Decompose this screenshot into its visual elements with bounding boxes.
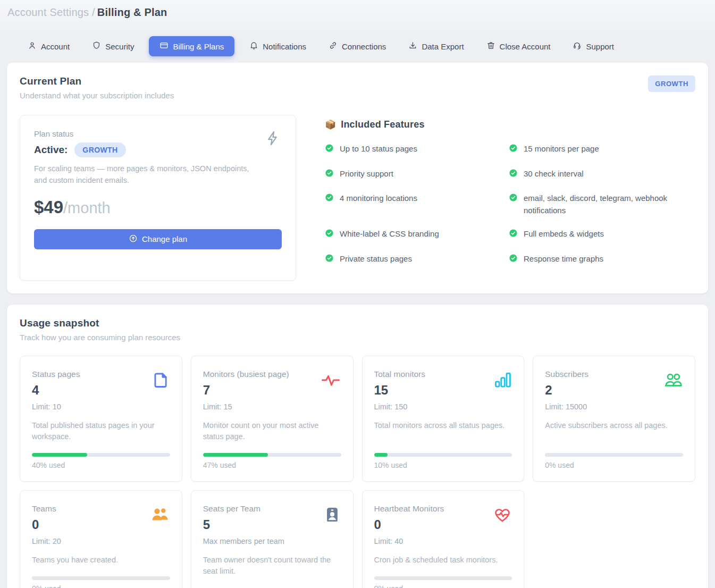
usage-card-description: Total monitors across all status pages. [374,420,512,431]
feature-text: 4 monitoring locations [340,192,417,205]
feature-text: Priority support [340,168,393,180]
usage-card-title: Monitors (busiest page) [203,369,289,379]
usage-card-monitors-busiest: Monitors (busiest page) 7 Limit: 15 Moni… [191,356,354,482]
feature-item: Full embeds & widgets [509,228,695,241]
progress-track [203,453,341,457]
breadcrumb-section[interactable]: Account Settings / [7,6,95,18]
tab-support[interactable]: Support [565,37,621,56]
tab-security[interactable]: Security [85,37,141,56]
check-circle-icon [509,229,518,241]
check-circle-icon [509,193,518,206]
usage-card-description: Active subscribers across all pages. [545,420,683,431]
users-icon [664,371,683,391]
features-title: Included Features [341,119,424,130]
feature-text: Private status pages [340,253,412,265]
tab-connections[interactable]: Connections [321,37,393,56]
check-circle-icon [325,169,334,181]
progress-track [545,453,683,457]
check-circle-icon [325,254,334,266]
feature-item: email, slack, discord, telegram, webhook… [509,192,695,216]
usage-subtitle: Track how you are consuming plan resourc… [20,333,180,342]
usage-card-description: Monitor count on your most active status… [203,420,341,442]
team-icon [151,506,170,526]
usage-section: Usage snapshot Track how you are consumi… [7,305,708,588]
usage-progress: 40% used [32,442,170,469]
tab-notifications[interactable]: Notifications [242,37,314,56]
tab-label: Data Export [422,42,464,51]
change-plan-label: Change plan [142,234,187,243]
usage-card-description: Cron job & scheduled task monitors. [374,555,512,566]
usage-progress: 0% used [32,566,170,588]
progress-fill [32,453,87,457]
tab-label: Account [41,42,70,51]
usage-card-subscribers: Subscribers 2 Limit: 15000 Active subscr… [533,356,695,482]
usage-card-limit: Limit: 20 [32,537,61,545]
tab-label: Billing & Plans [173,42,224,51]
usage-progress: 47% used [203,442,341,469]
pulse-icon [320,371,341,391]
feature-item: Response time graphs [509,253,695,266]
usage-card-heartbeat-monitors: Heartbeat Monitors 0 Limit: 40 Cron job … [362,490,525,588]
plan-price: $49 [34,197,63,217]
usage-card-value: 2 [545,383,588,398]
feature-item: 4 monitoring locations [325,192,509,216]
headset-icon [573,41,582,52]
usage-card-description: Team owner doesn't count toward the seat… [203,555,341,577]
usage-progress: 10% used [374,442,512,469]
file-icon [152,371,170,391]
usage-card-value: 7 [203,383,289,398]
plan-status-card: Plan status Active: GROWTH For scaling t… [20,115,296,281]
usage-card-limit: Limit: 15000 [545,402,588,411]
usage-card-title: Heartbeat Monitors [374,504,444,514]
usage-progress: 0% used [374,566,512,588]
tab-label: Connections [342,42,386,51]
usage-card-teams: Teams 0 Limit: 20 Teams you have created… [20,490,182,588]
usage-grid: Status pages 4 Limit: 10 Total published… [20,356,695,588]
usage-title: Usage snapshot [20,317,180,329]
check-circle-icon [509,254,518,266]
current-plan-title: Current Plan [20,75,174,87]
progress-label: 0% used [545,461,683,469]
plan-tier-badge: GROWTH [648,75,695,92]
arrow-up-circle-icon [129,234,138,245]
progress-track [32,453,170,457]
progress-fill [203,453,268,457]
tab-billing-plans[interactable]: Billing & Plans [149,36,234,56]
usage-card-title: Seats per Team [203,504,284,514]
usage-card-limit: Limit: 40 [374,537,444,545]
check-circle-icon [509,169,518,181]
plan-state-badge: GROWTH [74,142,125,157]
plan-period: /month [63,199,111,216]
progress-label: 47% used [203,461,341,469]
shield-icon [92,41,101,52]
usage-card-limit: Limit: 150 [374,402,425,411]
usage-card-value: 4 [32,383,80,398]
id-badge-icon [323,506,341,526]
included-features: 📦 Included Features Up to 10 status page… [325,115,695,281]
plan-state: Active: [34,144,68,156]
progress-track [374,576,512,580]
usage-card-seats-per-team: Seats per Team 5 Max members per team Te… [191,490,354,588]
usage-card-value: 0 [32,517,61,532]
feature-text: 15 monitors per page [524,143,599,155]
feature-item: 30 check interval [509,168,695,181]
plan-description: For scaling teams — more pages & monitor… [34,163,252,187]
feature-item: Priority support [325,168,509,181]
usage-card-title: Subscribers [545,369,588,379]
check-circle-icon [325,193,334,206]
settings-tabs: Account Security Billing & Plans Notific… [20,36,715,56]
usage-card-description: Total published status pages in your wor… [32,420,170,442]
progress-track [374,453,512,457]
progress-label: 10% used [374,461,512,469]
feature-item: 15 monitors per page [509,143,695,156]
usage-card-total-monitors: Total monitors 15 Limit: 150 Total monit… [362,356,525,482]
progress-label: 40% used [32,461,170,469]
tab-data-export[interactable]: Data Export [401,37,471,56]
change-plan-button[interactable]: Change plan [34,229,282,249]
progress-label: 0% used [32,584,170,588]
tab-account[interactable]: Account [20,37,77,56]
tab-close-account[interactable]: Close Account [479,37,558,56]
credit-card-icon [159,41,169,52]
heart-pulse-icon [493,506,512,526]
download-icon [408,41,417,52]
